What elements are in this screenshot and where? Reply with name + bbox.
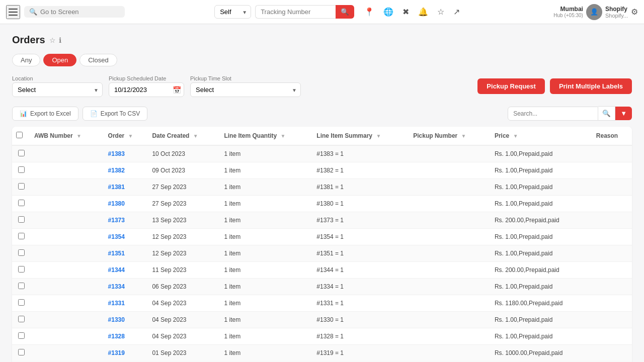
row-checkbox[interactable] <box>18 249 25 256</box>
row-order[interactable]: #1382 <box>104 162 148 179</box>
row-order[interactable]: #1328 <box>104 328 148 345</box>
row-pickup <box>409 145 491 162</box>
search-input[interactable] <box>40 8 111 16</box>
row-summary: #1319 = 1 <box>312 345 409 361</box>
row-order[interactable]: #1373 <box>104 212 148 229</box>
row-checkbox-cell <box>12 162 30 179</box>
row-checkbox[interactable] <box>18 233 25 239</box>
row-summary: #1344 = 1 <box>312 262 409 279</box>
table-row: #1344 11 Sep 2023 1 item #1344 = 1 Rs. 2… <box>12 262 632 279</box>
row-qty: 1 item <box>220 279 312 295</box>
star-icon-button[interactable]: ☆ <box>435 5 446 19</box>
tracking-input[interactable] <box>255 5 336 19</box>
nav-icon-group: 📍 🌐 ✖ 🔔 ☆ ↗ <box>362 5 462 19</box>
row-checkbox-cell <box>12 229 30 245</box>
row-checkbox[interactable] <box>18 183 25 190</box>
row-qty: 1 item <box>220 179 312 196</box>
row-reason <box>592 145 632 162</box>
col-qty: Line Item Quantity ▼ <box>220 127 312 145</box>
row-checkbox[interactable] <box>18 316 25 322</box>
globe-icon-button[interactable]: 🌐 <box>381 5 395 19</box>
row-reason <box>592 245 632 262</box>
row-order[interactable]: #1381 <box>104 179 148 196</box>
favorite-icon-button[interactable]: ☆ <box>49 36 56 44</box>
row-qty: 1 item <box>220 212 312 229</box>
row-pickup <box>409 262 491 279</box>
select-all-checkbox[interactable] <box>16 132 23 138</box>
nav-settings-button[interactable]: ⚙ <box>631 7 638 17</box>
row-summary: #1354 = 1 <box>312 229 409 245</box>
row-order[interactable]: #1354 <box>104 229 148 245</box>
print-labels-button[interactable]: Print Multiple Labels <box>550 78 632 94</box>
menu-button[interactable] <box>6 5 20 19</box>
bell-icon-button[interactable]: 🔔 <box>416 5 430 19</box>
row-awb <box>30 262 104 279</box>
row-checkbox[interactable] <box>18 299 25 306</box>
external-link-icon-button[interactable]: ↗ <box>451 5 462 19</box>
table-search-input[interactable] <box>508 107 598 121</box>
row-order[interactable]: #1383 <box>104 145 148 162</box>
location-select-wrap: Select ▼ <box>12 82 103 97</box>
row-order[interactable]: #1330 <box>104 312 148 328</box>
row-awb <box>30 162 104 179</box>
row-checkbox[interactable] <box>18 216 25 223</box>
row-awb <box>30 245 104 262</box>
map-pin-icon-button[interactable]: 📍 <box>362 5 376 19</box>
row-price: Rs. 1.00,Prepaid,paid <box>491 196 592 212</box>
row-checkbox[interactable] <box>18 166 25 173</box>
table-search-wrap: 🔍 ▼ <box>508 106 632 121</box>
row-awb <box>30 179 104 196</box>
col-price: Price ▼ <box>491 127 592 145</box>
row-checkbox[interactable] <box>18 150 25 156</box>
calendar-icon-button[interactable]: 📅 <box>173 86 181 94</box>
location-filter: Location Select ▼ <box>12 75 103 97</box>
row-checkbox[interactable] <box>18 200 25 206</box>
row-order[interactable]: #1319 <box>104 345 148 361</box>
export-csv-button[interactable]: 📄 Export To CSV <box>83 107 147 121</box>
export-excel-button[interactable]: 📊 Export to Excel <box>12 107 78 121</box>
user-timezone: Hub (+05:30) <box>553 13 583 18</box>
tab-closed[interactable]: Closed <box>79 54 117 66</box>
row-checkbox[interactable] <box>18 332 25 339</box>
row-checkbox[interactable] <box>18 266 25 273</box>
row-pickup <box>409 179 491 196</box>
row-checkbox-cell <box>12 245 30 262</box>
info-icon-button[interactable]: ℹ <box>59 36 61 44</box>
date-filter: Pickup Scheduled Date 📅 <box>109 75 184 97</box>
row-summary: #1331 = 1 <box>312 295 409 312</box>
hamburger-icon <box>9 9 18 16</box>
row-order[interactable]: #1380 <box>104 196 148 212</box>
row-pickup <box>409 245 491 262</box>
row-order[interactable]: #1334 <box>104 279 148 295</box>
filter-toggle-button[interactable]: ▼ <box>615 107 632 120</box>
row-awb <box>30 145 104 162</box>
filter-row: Location Select ▼ Pickup Scheduled Date … <box>12 75 632 97</box>
tab-open[interactable]: Open <box>43 54 76 66</box>
row-checkbox[interactable] <box>18 283 25 289</box>
row-reason <box>592 179 632 196</box>
row-price: Rs. 1.00,Prepaid,paid <box>491 229 592 245</box>
tab-any[interactable]: Any <box>12 54 40 66</box>
row-order[interactable]: #1331 <box>104 295 148 312</box>
row-price: Rs. 1.00,Prepaid,paid <box>491 245 592 262</box>
row-pickup <box>409 229 491 245</box>
self-dropdown[interactable]: Self Other <box>214 5 251 19</box>
timeslot-select[interactable]: Select <box>190 82 301 97</box>
location-label: Location <box>12 75 103 81</box>
tracking-search-button[interactable]: 🔍 <box>336 5 354 19</box>
search-go-button[interactable]: 🔍 <box>598 106 615 121</box>
row-order[interactable]: #1344 <box>104 262 148 279</box>
row-price: Rs. 1.00,Prepaid,paid <box>491 279 592 295</box>
sort-icon: ▼ <box>128 133 133 139</box>
location-select[interactable]: Select <box>12 82 103 97</box>
row-checkbox-cell <box>12 262 30 279</box>
timeslot-select-wrap: Select ▼ <box>190 82 301 97</box>
pickup-request-button[interactable]: Pickup Request <box>477 78 545 94</box>
row-order[interactable]: #1351 <box>104 245 148 262</box>
row-summary: #1351 = 1 <box>312 245 409 262</box>
settings-cross-icon-button[interactable]: ✖ <box>400 5 411 19</box>
row-pickup <box>409 345 491 361</box>
row-checkbox[interactable] <box>18 349 25 355</box>
sort-icon: ▼ <box>280 133 285 139</box>
table-row: #1380 27 Sep 2023 1 item #1380 = 1 Rs. 1… <box>12 196 632 212</box>
